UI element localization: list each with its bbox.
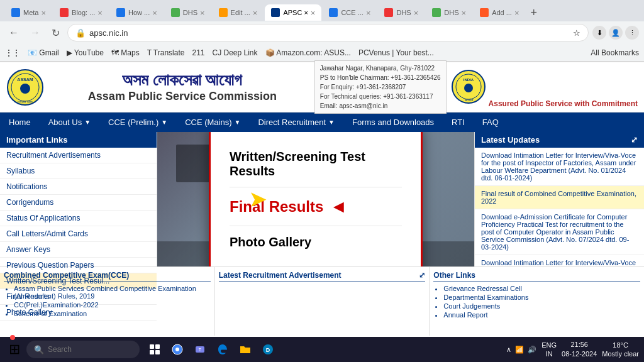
bottom-recruitment-title: Latest Recruitment Advertisement ⤢ — [219, 271, 426, 282]
tab-favicon — [116, 8, 125, 17]
new-tab-button[interactable]: + — [527, 6, 541, 19]
ext-icon-menu[interactable]: ⋮ — [625, 26, 639, 40]
bookmark-amazon[interactable]: 📦 Amazon.com: ASUS... — [265, 48, 351, 57]
red-arrow-icon: ◄ — [330, 197, 347, 217]
popup-item-written[interactable]: Written/Screening Test Results — [230, 141, 402, 188]
tab-close[interactable]: × — [514, 8, 519, 18]
body-section: Important Links Recruitment Advertisemen… — [0, 132, 644, 266]
tab-close[interactable]: × — [253, 8, 258, 18]
taskbar-search-input[interactable] — [48, 345, 123, 354]
taskbar-file-explorer-icon[interactable] — [235, 339, 255, 359]
contact-enquiry: For Enquiry: +91-361-2368207 — [320, 82, 441, 92]
windows-start-button[interactable]: ⊞ — [5, 341, 24, 357]
all-bookmarks[interactable]: All Bookmarks — [591, 48, 639, 57]
tab-meta[interactable]: Meta × — [5, 4, 52, 21]
nav-cce-mains[interactable]: CCE (Mains) ▼ — [176, 112, 249, 132]
svg-rect-10 — [150, 344, 154, 349]
clock-display[interactable]: 21:56 08-12-2024 — [562, 340, 597, 359]
recruitment-expand-icon[interactable]: ⤢ — [419, 271, 425, 280]
sidebar-item-call-letters[interactable]: Call Letters/Admit Cards — [0, 226, 157, 242]
taskbar-search-icon: 🔍 — [34, 345, 44, 354]
bookmark-gmail[interactable]: 📧 Gmail — [28, 48, 59, 57]
star-icon[interactable]: ☆ — [573, 28, 580, 38]
nav-home[interactable]: Home — [0, 112, 40, 132]
sidebar-item-syllabus[interactable]: Syllabus — [0, 163, 157, 179]
tab-close[interactable]: × — [152, 8, 157, 18]
tab-close[interactable]: × — [97, 8, 103, 18]
nav-cce-prelim[interactable]: CCE (Prelim.) ▼ — [99, 112, 176, 132]
sidebar-item-recruitment[interactable]: Recruitment Advertisements — [0, 148, 157, 163]
taskbar-edge-icon[interactable] — [213, 339, 233, 359]
ext-icon-1[interactable]: ⬇ — [592, 26, 606, 40]
sidebar-item-answer-keys[interactable]: Answer Keys — [0, 242, 157, 258]
expand-icon[interactable]: ⤢ — [631, 135, 638, 145]
tab-apsc[interactable]: APSC × × — [265, 4, 321, 21]
tab-how[interactable]: How ... × — [110, 4, 164, 21]
other-item-1[interactable]: Grievance Redressal Cell — [443, 285, 640, 292]
apps-icon[interactable]: ⋮⋮ — [5, 48, 20, 57]
other-item-4[interactable]: Annual Report — [443, 311, 640, 319]
bookmark-translate[interactable]: T Translate — [147, 48, 185, 57]
other-item-3[interactable]: Court Judgements — [443, 302, 640, 310]
svg-point-3 — [20, 84, 30, 94]
nav-direct-recruitment[interactable]: Direct Recruitment ▼ — [249, 112, 343, 132]
taskbar-search-bar[interactable]: 🔍 — [26, 341, 140, 358]
tab-edit[interactable]: Edit ... × — [213, 4, 264, 21]
taskbar-chrome-icon[interactable] — [167, 339, 187, 359]
right-panel-item-3[interactable]: Download e-Admission Certificate for Com… — [475, 209, 644, 255]
tab-favicon — [271, 8, 280, 17]
nav-forms-downloads[interactable]: Forms and Downloads — [343, 112, 443, 132]
forward-button[interactable]: → — [26, 26, 44, 40]
bookmark-cj[interactable]: CJ Deep Link — [212, 48, 257, 57]
tab-dhs[interactable]: DHS × — [165, 4, 211, 21]
nav-about[interactable]: About Us ▼ — [40, 112, 99, 132]
sidebar-item-corrigendums[interactable]: Corrigendums — [0, 195, 157, 211]
ext-icon-profile[interactable]: 👤 — [609, 26, 623, 40]
sidebar-title: Important Links — [0, 132, 157, 148]
sidebar-item-status[interactable]: Status Of Applications — [0, 211, 157, 226]
weather-widget[interactable]: 18°C Mostly clear — [602, 341, 639, 359]
contact-ps: PS to Hon'ble Chairman: +91-361-2365426 — [320, 73, 441, 82]
tab-close[interactable]: × — [366, 8, 371, 18]
up-arrow-icon[interactable]: ∧ — [506, 346, 511, 354]
tab-add[interactable]: Add ... × — [474, 4, 525, 21]
tab-cce[interactable]: CCE ... × — [323, 4, 377, 21]
language-indicator[interactable]: ENGIN — [541, 341, 557, 359]
main-content-area: ➤ Written/Screening Test Results Final R… — [157, 132, 474, 266]
bookmark-youtube[interactable]: ▶ YouTube — [67, 48, 104, 57]
popup-item-gallery[interactable]: Photo Gallery — [230, 226, 402, 258]
bookmark-maps[interactable]: 🗺 Maps — [111, 48, 140, 57]
taskbar-dell-icon[interactable]: D — [258, 339, 278, 359]
taskbar: ⊞ 🔍 T D ∧ 📶 🔊 ENGIN 21 — [0, 337, 644, 362]
tab-close[interactable]: × — [311, 8, 316, 18]
right-panel-item-1[interactable]: Download Intimation Letter for Interview… — [475, 148, 644, 186]
tab-blog[interactable]: Blog: ... × — [53, 4, 109, 21]
lock-icon: 🔒 — [75, 28, 86, 38]
bookmark-pcvenus[interactable]: PCVenus | Your best... — [358, 48, 434, 57]
nav-faq[interactable]: FAQ — [474, 112, 508, 132]
network-icon[interactable]: 📶 — [515, 346, 524, 354]
nav-rti[interactable]: RTI — [443, 112, 474, 132]
latest-updates-label: Latest Updates — [481, 135, 540, 145]
right-panel-item-2[interactable]: Final result of Combined Competitive Exa… — [475, 186, 644, 209]
right-panel-item-4[interactable]: Download Intimation Letter for Interview… — [475, 255, 644, 266]
cce-item-2[interactable]: CC(Prel.)Examination-2022 — [14, 301, 211, 309]
cce-item-1[interactable]: Assam Public Services Combined Competiti… — [14, 285, 211, 300]
other-item-2[interactable]: Departmental Examinations — [443, 293, 640, 301]
address-bar[interactable]: 🔒 apsc.nic.in ☆ — [67, 24, 589, 41]
taskbar-teams-icon[interactable]: T — [190, 339, 210, 359]
bookmark-211[interactable]: 211 — [192, 48, 204, 57]
sidebar-item-notifications[interactable]: Notifications — [0, 179, 157, 195]
cce-item-3[interactable]: Scheme of Examination — [14, 310, 211, 317]
volume-icon[interactable]: 🔊 — [528, 346, 536, 354]
tab-dhs3[interactable]: DHS × — [426, 4, 472, 21]
tab-close[interactable]: × — [41, 8, 46, 18]
popup-written-label: Written/Screening Test Results — [230, 150, 402, 178]
tab-close[interactable]: × — [462, 8, 467, 18]
back-button[interactable]: ← — [5, 26, 23, 40]
taskbar-task-view[interactable] — [145, 339, 165, 359]
tab-close[interactable]: × — [200, 8, 205, 18]
tab-dhs2[interactable]: DHS × — [378, 4, 425, 21]
reload-button[interactable]: ↻ — [48, 26, 64, 40]
tab-close[interactable]: × — [414, 8, 419, 18]
